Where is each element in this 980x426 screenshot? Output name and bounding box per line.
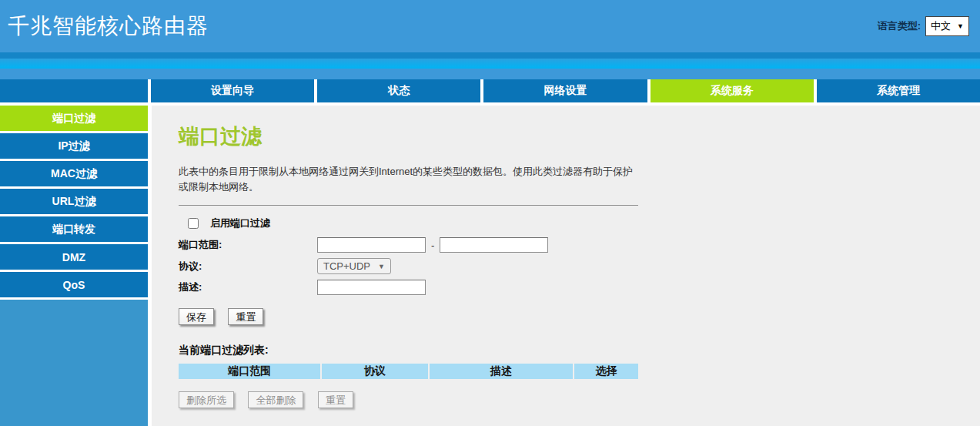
- language-selector: 语言类型: 中文 ▼: [878, 16, 969, 36]
- top-nav: 设置向导 状态 网络设置 系统服务 系统管理: [0, 79, 980, 102]
- current-filter-list-title: 当前端口过滤列表:: [179, 344, 980, 357]
- tab-network-settings[interactable]: 网络设置: [480, 79, 647, 102]
- description-row: 描述:: [179, 280, 980, 295]
- column-header-protocol: 协议: [322, 364, 428, 379]
- sidebar-item-mac-filter[interactable]: MAC过滤: [0, 161, 148, 186]
- language-select-value: 中文: [931, 19, 951, 33]
- description-label: 描述:: [179, 280, 317, 294]
- port-range-from-input[interactable]: [317, 237, 426, 253]
- column-header-port-range: 端口范围: [179, 364, 320, 379]
- divider: [179, 205, 638, 206]
- port-filter-form: 启用端口过滤 端口范围: - 协议: TCP+UDP ▼ 描述:: [179, 216, 980, 325]
- list-reset-button[interactable]: 重置: [318, 391, 353, 408]
- sidebar-item-dmz[interactable]: DMZ: [0, 244, 148, 270]
- body: 端口过滤 IP过滤 MAC过滤 URL过滤 端口转发 DMZ QoS 端口过滤 …: [0, 106, 980, 426]
- page-description: 此表中的条目用于限制从本地网络通过网关到Internet的某些类型的数据包。使用…: [179, 164, 641, 195]
- form-actions: 保存 重置: [179, 308, 980, 325]
- header-stripe-cyan: [0, 59, 980, 69]
- delete-all-button[interactable]: 全部删除: [248, 391, 303, 408]
- main-content: 端口过滤 此表中的条目用于限制从本地网络通过网关到Internet的某些类型的数…: [152, 106, 980, 426]
- tab-system-services[interactable]: 系统服务: [647, 79, 814, 102]
- sidebar-filler: [0, 300, 148, 426]
- header-stripe-dark: [0, 52, 980, 59]
- app-title: 千兆智能核心路由器: [8, 12, 209, 41]
- port-range-label: 端口范围:: [179, 238, 317, 252]
- column-header-select: 选择: [574, 364, 638, 379]
- tab-status[interactable]: 状态: [314, 79, 480, 102]
- language-label: 语言类型:: [878, 19, 921, 33]
- sidebar-item-qos[interactable]: QoS: [0, 272, 148, 297]
- page-title: 端口过滤: [179, 122, 980, 150]
- language-select[interactable]: 中文 ▼: [925, 16, 969, 36]
- header-stripe-blue: [0, 69, 980, 79]
- router-admin-page: 千兆智能核心路由器 语言类型: 中文 ▼ 设置向导 状态 网络设置 系统服务 系…: [0, 0, 980, 426]
- sidebar-item-url-filter[interactable]: URL过滤: [0, 189, 148, 214]
- filter-table-header: 端口范围 协议 描述 选择: [179, 364, 638, 379]
- port-range-to-input[interactable]: [440, 237, 548, 253]
- enable-row: 启用端口过滤: [179, 216, 980, 230]
- protocol-select[interactable]: TCP+UDP ▼: [317, 258, 391, 274]
- sidebar-item-ip-filter[interactable]: IP过滤: [0, 133, 148, 159]
- description-input[interactable]: [317, 280, 426, 295]
- dropdown-arrow-icon: ▼: [957, 22, 964, 30]
- protocol-label: 协议:: [179, 260, 317, 273]
- header: 千兆智能核心路由器 语言类型: 中文 ▼: [0, 0, 980, 52]
- delete-selected-button[interactable]: 删除所选: [179, 391, 234, 408]
- column-header-description: 描述: [430, 364, 573, 379]
- sidebar-item-port-filter[interactable]: 端口过滤: [0, 106, 148, 131]
- sidebar-item-port-forwarding[interactable]: 端口转发: [0, 216, 148, 242]
- protocol-select-value: TCP+UDP: [323, 260, 370, 272]
- sidebar: 端口过滤 IP过滤 MAC过滤 URL过滤 端口转发 DMZ QoS: [0, 106, 148, 426]
- enable-port-filter-label: 启用端口过滤: [210, 216, 270, 230]
- save-button[interactable]: 保存: [179, 308, 214, 325]
- nav-spacer: [0, 79, 148, 102]
- dropdown-arrow-icon: ▼: [378, 263, 385, 270]
- port-range-row: 端口范围: -: [179, 237, 980, 253]
- tab-setup-wizard[interactable]: 设置向导: [148, 79, 314, 102]
- tab-system-management[interactable]: 系统管理: [814, 79, 980, 102]
- port-range-separator: -: [431, 240, 434, 251]
- list-actions: 删除所选 全部删除 重置: [179, 391, 980, 408]
- reset-button[interactable]: 重置: [228, 308, 263, 325]
- protocol-row: 协议: TCP+UDP ▼: [179, 258, 980, 274]
- enable-port-filter-checkbox[interactable]: [188, 218, 199, 229]
